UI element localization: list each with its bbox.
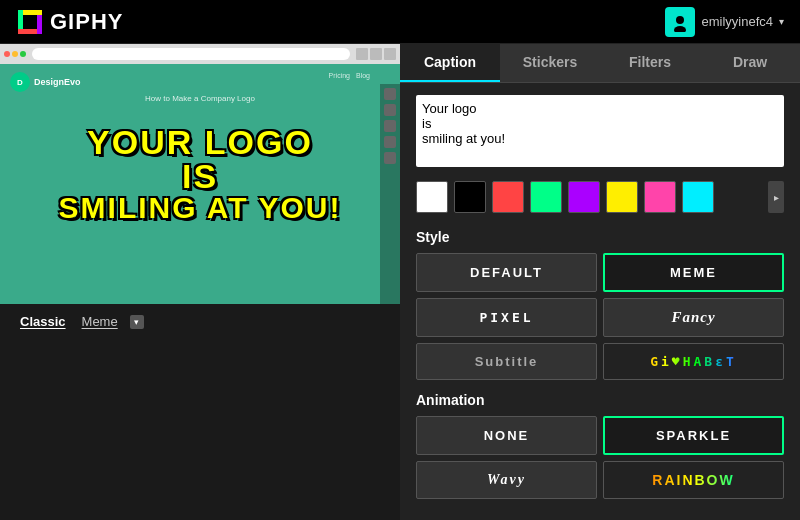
nav-items: Pricing Blog (329, 72, 370, 79)
browser-nav-btn3 (384, 48, 396, 60)
color-swatch-pink[interactable] (644, 181, 676, 213)
color-row: ▸ (416, 181, 784, 213)
color-swatch-black[interactable] (454, 181, 486, 213)
style-fancy-btn[interactable]: Fancy (603, 298, 784, 337)
header: GIPHY emilyyinefc4 ▾ (0, 0, 800, 44)
chevron-down-icon[interactable]: ▾ (779, 16, 784, 27)
site-icon: D (10, 72, 30, 92)
right-panel: Caption Stickers Filters Draw Your logo … (400, 44, 800, 520)
giphy-logo-icon (16, 8, 44, 36)
browser-nav-btn (356, 48, 368, 60)
svg-rect-0 (18, 10, 23, 15)
nav-item2: Blog (356, 72, 370, 79)
left-panel: D DesignEvo Pricing Blog How to Make a C… (0, 44, 400, 520)
video-tagline-area: How to Make a Company Logo (0, 94, 400, 103)
small-tagline-text: How to Make a Company Logo (0, 94, 400, 103)
caption-textarea[interactable]: Your logo is smiling at you! (416, 95, 784, 167)
user-area[interactable]: emilyyinefc4 ▾ (665, 7, 784, 37)
style-alphabet-btn[interactable]: Gi♥HABεT (603, 343, 784, 380)
animation-section-label: Animation (416, 392, 784, 408)
anim-none-btn[interactable]: NONE (416, 416, 597, 455)
style-section-label: Style (416, 229, 784, 245)
tab-draw[interactable]: Draw (700, 44, 800, 82)
caption-section: Your logo is smiling at you! ▸ (400, 83, 800, 225)
svg-rect-7 (23, 29, 37, 34)
browser-nav-btn2 (370, 48, 382, 60)
color-swatch-purple[interactable] (568, 181, 600, 213)
anim-wavy-btn[interactable]: Wavy (416, 461, 597, 499)
browser-close-dot (4, 51, 10, 57)
anim-rainbow-btn[interactable]: RAINBOW (603, 461, 784, 499)
username-label: emilyyinefc4 (701, 14, 773, 29)
animation-section: Animation NONE SPARKLE Wavy RAINBOW (400, 388, 800, 507)
browser-minimize-dot (12, 51, 18, 57)
svg-point-9 (676, 16, 684, 24)
main-layout: D DesignEvo Pricing Blog How to Make a C… (0, 44, 800, 520)
avatar (665, 7, 695, 37)
tab-caption[interactable]: Caption (400, 44, 500, 82)
style-meme-btn[interactable]: MEME (603, 253, 784, 292)
tab-bar: Caption Stickers Filters Draw (400, 44, 800, 83)
svg-rect-3 (37, 29, 42, 34)
anim-sparkle-btn[interactable]: SPARKLE (603, 416, 784, 455)
social-icon-3 (384, 120, 396, 132)
site-logo-small: D DesignEvo (10, 72, 81, 92)
social-sidebar (380, 84, 400, 304)
svg-rect-4 (18, 15, 23, 29)
social-icon-5 (384, 152, 396, 164)
color-swatch-cyan[interactable] (682, 181, 714, 213)
browser-chrome (0, 44, 400, 64)
nav-tabs: Classic Meme ▾ (0, 304, 400, 339)
animation-grid: NONE SPARKLE Wavy RAINBOW (416, 416, 784, 499)
color-swatch-white[interactable] (416, 181, 448, 213)
style-section: Style DEFAULT MEME PIXEL Fancy Subtitle … (400, 225, 800, 388)
social-icon-2 (384, 104, 396, 116)
browser-url-bar (32, 48, 350, 60)
page-content: D DesignEvo Pricing Blog How to Make a C… (0, 64, 400, 304)
style-pixel-btn[interactable]: PIXEL (416, 298, 597, 337)
style-grid: DEFAULT MEME PIXEL Fancy Subtitle Gi♥HAB… (416, 253, 784, 380)
style-default-btn[interactable]: DEFAULT (416, 253, 597, 292)
svg-rect-1 (18, 29, 23, 34)
svg-rect-6 (23, 10, 37, 15)
logo-area: GIPHY (16, 8, 123, 36)
site-name: DesignEvo (34, 77, 81, 87)
social-icon-1 (384, 88, 396, 100)
color-swatch-green[interactable] (530, 181, 562, 213)
svg-rect-2 (37, 10, 42, 15)
tab-stickers[interactable]: Stickers (500, 44, 600, 82)
svg-rect-5 (37, 15, 42, 29)
video-preview[interactable]: D DesignEvo Pricing Blog How to Make a C… (0, 44, 400, 304)
social-icon-4 (384, 136, 396, 148)
color-swatch-yellow[interactable] (606, 181, 638, 213)
tab-filters[interactable]: Filters (600, 44, 700, 82)
logo-text: GIPHY (50, 9, 123, 35)
color-scroll-right[interactable]: ▸ (768, 181, 784, 213)
browser-maximize-dot (20, 51, 26, 57)
meme-dropdown-icon[interactable]: ▾ (130, 315, 144, 329)
color-swatch-red[interactable] (492, 181, 524, 213)
tab-classic[interactable]: Classic (16, 312, 70, 331)
style-subtitle-btn[interactable]: Subtitle (416, 343, 597, 380)
tab-meme[interactable]: Meme (78, 312, 122, 331)
nav-item1: Pricing (329, 72, 350, 79)
